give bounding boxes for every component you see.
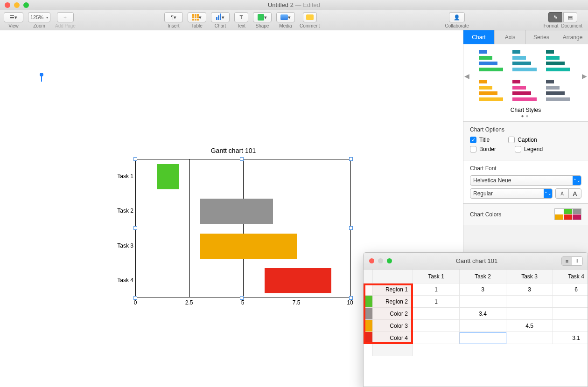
data-editor-title: Gantt chart 101	[392, 257, 561, 264]
document-toggle-button[interactable]: ▤	[563, 12, 577, 22]
add-page-button[interactable]: ＋	[57, 12, 74, 22]
media-menu-button[interactable]: ▾	[276, 12, 295, 22]
styles-prev-button[interactable]: ◀	[464, 72, 469, 80]
chart-style-thumb[interactable]	[512, 79, 539, 102]
tab-chart[interactable]: Chart	[463, 30, 495, 44]
data-cell[interactable]: 6	[553, 283, 588, 296]
chart-colors-title: Chart Colors	[470, 211, 501, 218]
insert-menu-button[interactable]: ¶▾	[164, 12, 183, 22]
text-insertion-cursor	[41, 75, 42, 82]
font-family-select[interactable]: Helvetica Neue⌃⌄	[470, 175, 581, 186]
data-cell[interactable]: 3	[460, 283, 506, 296]
chart-bar[interactable]	[200, 234, 297, 259]
zoom-data-editor-button[interactable]	[387, 258, 392, 263]
gantt-chart[interactable]: Gantt chart 101 02.557.510Task 1Task 2Ta…	[107, 147, 359, 303]
chart-bar[interactable]	[157, 164, 179, 189]
selection-handle[interactable]	[349, 157, 353, 161]
chart-style-thumb[interactable]	[546, 79, 573, 102]
data-cell[interactable]	[413, 308, 460, 320]
data-cell[interactable]: 3	[506, 283, 553, 296]
data-column-header[interactable]: Task 1	[413, 270, 460, 283]
data-column-header[interactable]: Task 4	[553, 270, 588, 283]
data-cell[interactable]	[460, 296, 506, 308]
data-cell[interactable]: 4.5	[506, 320, 553, 332]
table-menu-button[interactable]: ▾	[188, 12, 206, 22]
selection-handle[interactable]	[133, 226, 137, 230]
data-cell[interactable]	[553, 320, 588, 332]
data-column-header[interactable]: Task 3	[506, 270, 553, 283]
data-editor-titlebar[interactable]: Gantt chart 101 ≡ ⫴	[364, 253, 588, 270]
chart-data-editor-window[interactable]: Gantt chart 101 ≡ ⫴ Task 1Task 2Task 3Ta…	[363, 252, 588, 387]
data-row-header[interactable]	[373, 344, 413, 356]
zoom-select[interactable]: 125%▾	[28, 12, 50, 22]
data-cell[interactable]	[553, 308, 588, 320]
data-row-header[interactable]: Color 2	[373, 308, 413, 320]
data-cell[interactable]: 3.4	[460, 308, 506, 320]
table-icon	[192, 14, 199, 21]
data-cell[interactable]: 1	[413, 296, 460, 308]
comment-button[interactable]	[303, 12, 317, 22]
data-cell[interactable]	[553, 296, 588, 308]
selection-handle[interactable]	[133, 157, 137, 161]
data-cell[interactable]	[506, 308, 553, 320]
row-layout-button[interactable]: ≡	[562, 257, 572, 265]
shape-menu-button[interactable]: ▾	[253, 12, 272, 22]
column-layout-button[interactable]: ⫴	[572, 257, 582, 265]
option-legend-checkbox[interactable]: Legend	[515, 146, 543, 152]
data-cell[interactable]	[460, 332, 506, 344]
collaborate-button[interactable]: 👤	[449, 12, 465, 22]
view-menu-button[interactable]: ☰▾	[4, 12, 23, 22]
font-style-select[interactable]: Regular⌃⌄	[470, 188, 553, 199]
zoom-tool-group: 125%▾ Zoom	[28, 12, 50, 28]
data-cell[interactable]	[413, 320, 460, 332]
selection-handle[interactable]	[349, 226, 353, 230]
tab-arrange[interactable]: Arrange	[557, 30, 588, 44]
option-border-checkbox[interactable]: Border	[470, 146, 496, 152]
comment-icon	[306, 14, 314, 20]
chart-options-section: Chart Options ✓Title Caption Border Lege…	[463, 122, 588, 160]
data-cell[interactable]	[460, 320, 506, 332]
media-label: Media	[279, 23, 292, 28]
close-data-editor-button[interactable]	[369, 258, 374, 263]
data-cell[interactable]: 1	[413, 283, 460, 296]
chart-style-thumb[interactable]	[479, 79, 506, 102]
window-titlebar: Untitled 2 — Edited	[0, 0, 588, 10]
font-size-increase[interactable]: A	[568, 188, 581, 199]
chart-menu-button[interactable]: ▾	[211, 12, 230, 22]
data-cell[interactable]	[506, 296, 553, 308]
main-toolbar: ☰▾ View 125%▾ Zoom ＋ Add Page ¶▾Insert ▾…	[0, 10, 588, 30]
chart-style-thumb[interactable]	[512, 49, 539, 72]
text-button[interactable]: T	[234, 12, 248, 22]
font-size-stepper[interactable]: A A	[555, 188, 581, 199]
tab-series[interactable]: Series	[526, 30, 557, 44]
data-cell[interactable]	[413, 332, 460, 344]
data-row-header[interactable]: Color 4	[373, 332, 413, 344]
data-column-header[interactable]: Task 2	[460, 270, 506, 283]
font-size-decrease[interactable]: A	[555, 188, 568, 199]
data-row-header[interactable]: Region 2	[373, 296, 413, 308]
data-cell[interactable]: 3.1	[553, 332, 588, 344]
option-caption-checkbox[interactable]: Caption	[508, 137, 537, 143]
chart-bar[interactable]	[200, 199, 273, 224]
y-axis-category-label: Task 3	[117, 242, 133, 249]
styles-next-button[interactable]: ▶	[582, 72, 587, 80]
data-editor-view-toggle[interactable]: ≡ ⫴	[561, 256, 583, 266]
format-toggle-button[interactable]: ✎	[548, 12, 562, 22]
chart-title[interactable]: Gantt chart 101	[107, 147, 359, 154]
data-row-header[interactable]: Color 3	[373, 320, 413, 332]
view-label: View	[8, 23, 19, 28]
chart-style-thumb[interactable]	[479, 49, 506, 72]
x-axis-tick-label: 5	[241, 299, 245, 306]
y-axis-category-label: Task 4	[117, 277, 133, 283]
chart-colors-button[interactable]	[554, 208, 581, 220]
chart-style-thumb[interactable]	[546, 49, 573, 72]
paintbrush-icon: ✎	[553, 14, 558, 21]
tab-axis[interactable]: Axis	[495, 30, 526, 44]
selection-handle[interactable]	[240, 157, 244, 161]
chart-bar[interactable]	[265, 268, 331, 293]
chart-plot-area[interactable]	[135, 159, 351, 297]
option-title-checkbox[interactable]: ✓Title	[470, 137, 490, 143]
data-cell[interactable]	[506, 332, 553, 344]
x-axis-tick-label: 7.5	[293, 299, 301, 306]
data-row-header[interactable]: Region 1	[373, 283, 413, 296]
